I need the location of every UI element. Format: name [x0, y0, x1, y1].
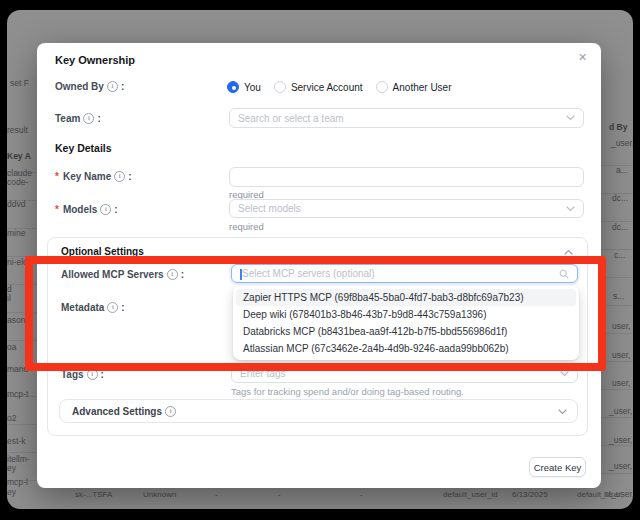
tags-select-placeholder: Enter tags — [240, 368, 286, 379]
background-text-fragment: il — [7, 293, 11, 303]
radio-option-you[interactable]: You — [227, 81, 261, 93]
background-text-fragment: _user, — [611, 138, 633, 148]
background-text-fragment: code- — [7, 177, 28, 187]
owned-by-label-text: Owned By — [55, 81, 104, 92]
background-text-fragment: ddvd — [7, 199, 25, 209]
background-text-fragment: mine — [7, 228, 25, 238]
info-icon: i — [100, 204, 111, 215]
background-text-fragment: user, — [612, 350, 630, 360]
background-text-fragment: user, — [612, 321, 630, 331]
team-select-placeholder: Search or select a team — [238, 113, 344, 124]
allowed-mcp-select[interactable]: Select MCP servers (optional) — [231, 264, 578, 283]
advanced-settings-panel[interactable]: Advanced Settingsi — [59, 399, 578, 423]
mcp-dropdown: Zapier HTTPS MCP (69f8ba45-5ba0-4fd7-bab… — [233, 286, 579, 360]
optional-settings-heading[interactable]: Optional Settings — [61, 246, 144, 257]
label-colon: : — [121, 302, 124, 313]
owned-by-radio-group: YouService AccountAnother User — [227, 80, 452, 94]
background-text-fragment: d By — [609, 122, 627, 132]
background-text-fragment: mcp-t — [7, 389, 28, 399]
allowed-mcp-label-text: Allowed MCP Servers — [61, 269, 164, 280]
models-label-text: Models — [63, 204, 97, 215]
mcp-server-option[interactable]: Atlassian MCP (67c3462e-2a4b-4d9b-9246-a… — [236, 340, 576, 357]
background-text-fragment: ey — [7, 463, 16, 473]
allowed-mcp-placeholder: Select MCP servers (optional) — [240, 268, 375, 279]
info-icon: i — [107, 81, 118, 92]
advanced-settings-label-text: Advanced Settings — [72, 406, 162, 417]
background-text-fragment: default_user, — [577, 490, 623, 500]
mcp-server-option[interactable]: Zapier HTTPS MCP (69f8ba45-5ba0-4fd7-bab… — [236, 289, 576, 306]
background-text-fragment: _user, — [609, 461, 632, 471]
team-label: Teami: — [55, 113, 101, 124]
close-icon[interactable]: ✕ — [578, 52, 587, 63]
allowed-mcp-label: Allowed MCP Serversi: — [61, 269, 184, 280]
background-text-fragment: - — [360, 490, 363, 500]
create-key-button[interactable]: Create Key — [529, 457, 586, 477]
background-text-fragment: - — [215, 490, 218, 500]
chevron-down-icon — [566, 115, 575, 121]
radio-option-another-user[interactable]: Another User — [376, 81, 452, 93]
label-colon: : — [114, 204, 117, 215]
background-text-fragment: _user, — [609, 435, 632, 445]
background-text-fragment: mcp-l — [7, 477, 28, 487]
radio-option-label: You — [244, 82, 261, 93]
background-text-fragment: - — [278, 490, 281, 500]
required-mark: * — [55, 171, 59, 182]
label-colon: : — [181, 269, 184, 280]
tags-select[interactable]: Enter tags — [231, 364, 578, 383]
required-mark: * — [55, 204, 59, 215]
background-text-fragment: sk-...TSFA — [75, 490, 112, 500]
background-text-fragment: o2 — [7, 413, 16, 423]
background-text-fragment: est-k — [7, 436, 25, 446]
background-text-fragment: ey — [7, 487, 16, 497]
label-colon: : — [121, 81, 124, 92]
metadata-label-text: Metadata — [61, 302, 104, 313]
models-required-hint: required — [229, 221, 264, 232]
models-select-placeholder: Select models — [238, 203, 301, 214]
info-icon: i — [114, 171, 125, 182]
background-text-fragment: ason2 — [7, 315, 30, 325]
team-label-text: Team — [55, 113, 80, 124]
advanced-settings-label: Advanced Settingsi — [72, 406, 176, 417]
key-name-input[interactable] — [229, 167, 584, 187]
info-icon: i — [87, 369, 98, 380]
info-icon: i — [167, 269, 178, 280]
background-text-fragment: ni-elo — [7, 257, 28, 267]
radio-unselected-icon[interactable] — [376, 81, 388, 93]
owned-by-label: Owned Byi: — [55, 81, 124, 92]
background-text-fragment: Unknown — [143, 490, 176, 500]
background-text-fragment: a... — [616, 165, 628, 175]
mcp-server-option[interactable]: Databricks MCP (b8431bea-aa9f-412b-b7f5-… — [236, 323, 576, 340]
radio-option-service-account[interactable]: Service Account — [274, 81, 363, 93]
background-text-fragment: dc... — [612, 193, 628, 203]
label-colon: : — [101, 369, 104, 380]
background-text-fragment: c... — [614, 250, 625, 260]
radio-unselected-icon[interactable] — [274, 81, 286, 93]
key-name-label: *Key Namei: — [55, 171, 132, 182]
info-icon: i — [107, 302, 118, 313]
background-text-fragment: default_user_id — [443, 490, 498, 500]
mcp-server-option[interactable]: Deep wiki (678401b3-8b46-43b7-b9d8-443c7… — [236, 306, 576, 323]
create-key-modal: Key Ownership ✕ Owned Byi: YouService Ac… — [37, 43, 601, 488]
background-text-fragment: oa — [7, 342, 16, 352]
background-text-fragment: 6/13/2025 — [512, 490, 548, 500]
tags-label-text: Tags — [61, 369, 84, 380]
modal-title: Key Ownership — [55, 54, 135, 66]
metadata-label: Metadatai: — [61, 302, 125, 313]
background-text-fragment: dc... — [612, 222, 628, 232]
chevron-up-icon[interactable] — [564, 249, 573, 255]
background-text-fragment: set F — [10, 78, 29, 88]
radio-option-label: Service Account — [291, 82, 363, 93]
label-colon: : — [128, 171, 131, 182]
radio-selected-icon[interactable] — [227, 81, 239, 93]
label-colon: : — [97, 113, 100, 124]
key-details-heading: Key Details — [55, 142, 112, 154]
background-text-fragment: manu — [7, 364, 28, 374]
background-text-fragment: user, — [612, 378, 630, 388]
chevron-down-icon — [558, 409, 567, 415]
search-icon — [559, 269, 569, 279]
team-select[interactable]: Search or select a team — [229, 108, 584, 128]
text-caret — [240, 269, 242, 280]
background-text-fragment: _user, — [609, 406, 632, 416]
tags-label: Tagsi: — [61, 369, 104, 380]
models-select[interactable]: Select models — [229, 199, 584, 218]
